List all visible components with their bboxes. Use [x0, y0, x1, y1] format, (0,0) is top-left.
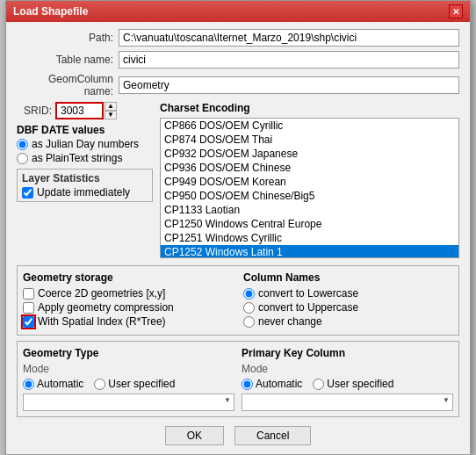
list-item[interactable]: CP936 DOS/OEM Chinese	[161, 161, 458, 175]
titlebar: Load Shapefile ✕	[6, 1, 470, 22]
geometry-storage-area: Geometry storage Coerce 2D geometries [x…	[17, 265, 459, 336]
primary-key-automatic-label: Automatic	[256, 378, 302, 390]
dbf-plaintext-label: as PlainText strings	[32, 152, 122, 164]
layer-statistics-title: Layer Statistics	[22, 172, 148, 184]
geometry-type-user-radio[interactable]	[94, 379, 105, 390]
compress-checkbox[interactable]	[23, 302, 34, 314]
spatial-index-checkbox[interactable]	[23, 316, 34, 328]
geometry-type-automatic-option[interactable]: Automatic	[23, 378, 83, 390]
ok-button[interactable]: OK	[165, 426, 224, 445]
list-item[interactable]: CP1250 Windows Central Europe	[161, 217, 458, 231]
col-upper-label: convert to Uppercase	[258, 301, 358, 314]
update-immediately-checkbox[interactable]	[22, 187, 33, 199]
geomcolumn-row: GeomColumn name:	[17, 73, 459, 98]
primary-key-automatic-option[interactable]: Automatic	[242, 378, 302, 390]
list-item[interactable]: CP1251 Windows Cyrillic	[161, 231, 458, 245]
col-lower-row: convert to Lowercase	[243, 287, 453, 300]
geometry-type-dropdown-wrap	[23, 394, 234, 411]
srid-spinner[interactable]: ▲ ▼	[105, 102, 117, 119]
table-input[interactable]	[119, 51, 459, 69]
col-never-label: never change	[258, 315, 322, 328]
col-lower-radio[interactable]	[243, 288, 255, 300]
primary-key-automatic-radio[interactable]	[242, 379, 253, 390]
primary-key-user-radio[interactable]	[313, 379, 324, 390]
path-row: Path:	[17, 29, 459, 47]
coerce-row: Coerce 2D geometries [x,y]	[23, 287, 233, 300]
dbf-julian-radio[interactable]	[17, 139, 28, 150]
col-never-row: never change	[243, 315, 453, 328]
spatial-index-row: With Spatial Index (R*Tree)	[23, 315, 233, 328]
compress-row: Apply geometry compression	[23, 301, 233, 314]
geometry-type-mode-label: Mode	[23, 363, 234, 375]
geometry-type-radio-group: Automatic User specified	[23, 378, 234, 390]
primary-key-mode-label: Mode	[242, 363, 453, 375]
coerce-label: Coerce 2D geometries [x,y]	[38, 287, 165, 300]
column-names-section: Column Names convert to Lowercase conver…	[243, 271, 453, 329]
layer-statistics-section: Layer Statistics Update immediately	[17, 169, 153, 202]
geometry-type-user-label: User specified	[108, 378, 175, 390]
geometry-type-dropdown[interactable]	[23, 394, 234, 411]
cancel-button[interactable]: Cancel	[234, 426, 311, 445]
dbf-plaintext-row: as PlainText strings	[17, 152, 153, 164]
close-button[interactable]: ✕	[449, 4, 463, 18]
dbf-section: DBF DATE values as Julian Day numbers as…	[17, 124, 153, 164]
geomcolumn-label: GeomColumn name:	[17, 73, 113, 98]
update-immediately-row: Update immediately	[22, 186, 148, 199]
col-never-radio[interactable]	[243, 316, 255, 328]
path-input[interactable]	[119, 29, 459, 47]
geometry-type-automatic-label: Automatic	[37, 378, 83, 390]
col-upper-radio[interactable]	[243, 302, 255, 314]
col-lower-label: convert to Lowercase	[258, 287, 358, 300]
srid-down-button[interactable]: ▼	[105, 111, 117, 119]
dbf-plaintext-radio[interactable]	[17, 153, 28, 164]
list-item[interactable]: CP1252 Windows Latin 1	[161, 245, 458, 258]
path-label: Path:	[17, 32, 113, 44]
geometry-type-automatic-radio[interactable]	[23, 379, 34, 390]
primary-key-section: Primary Key Column Mode Automatic User s…	[242, 347, 453, 411]
dbf-julian-row: as Julian Day numbers	[17, 138, 153, 150]
dbf-title: DBF DATE values	[17, 124, 153, 136]
col-upper-row: convert to Uppercase	[243, 301, 453, 314]
geometry-storage-section: Geometry storage Coerce 2D geometries [x…	[23, 271, 233, 329]
list-item[interactable]: CP866 DOS/OEM Cyrillic	[161, 119, 458, 133]
charset-list[interactable]: CP866 DOS/OEM CyrillicCP874 DOS/OEM Thai…	[160, 118, 459, 258]
compress-label: Apply geometry compression	[38, 301, 174, 314]
geomcolumn-input[interactable]	[119, 76, 459, 94]
list-item[interactable]: CP932 DOS/OEM Japanese	[161, 147, 458, 161]
dbf-julian-label: as Julian Day numbers	[32, 138, 139, 150]
srid-input[interactable]	[55, 102, 104, 119]
table-row: Table name:	[17, 51, 459, 69]
update-immediately-label: Update immediately	[37, 186, 130, 199]
load-shapefile-window: Load Shapefile ✕ Path: Table name: GeomC…	[5, 0, 471, 455]
primary-key-dropdown-wrap	[242, 394, 453, 411]
list-item[interactable]: CP874 DOS/OEM Thai	[161, 133, 458, 147]
table-label: Table name:	[17, 54, 113, 66]
spatial-index-label: With Spatial Index (R*Tree)	[38, 315, 166, 328]
charset-label: Charset Encoding	[160, 102, 459, 114]
geometry-storage-title: Geometry storage	[23, 271, 233, 284]
list-item[interactable]: CP949 DOS/OEM Korean	[161, 175, 458, 189]
primary-key-dropdown[interactable]	[242, 394, 453, 411]
window-title: Load Shapefile	[13, 5, 88, 18]
primary-key-title: Primary Key Column	[242, 347, 453, 359]
coerce-checkbox[interactable]	[23, 288, 34, 300]
geometry-type-user-option[interactable]: User specified	[94, 378, 175, 390]
srid-up-button[interactable]: ▲	[105, 102, 117, 111]
srid-label: SRID:	[17, 105, 52, 117]
geometry-type-title: Geometry Type	[23, 347, 234, 359]
charset-panel: Charset Encoding CP866 DOS/OEM CyrillicC…	[160, 102, 459, 258]
list-item[interactable]: CP950 DOS/OEM Chinese/Big5	[161, 189, 458, 203]
primary-key-user-label: User specified	[327, 378, 393, 390]
list-item[interactable]: CP1133 Laotian	[161, 203, 458, 217]
geometry-type-section: Geometry Type Mode Automatic User specif…	[23, 347, 234, 411]
button-row: OK Cancel	[17, 426, 459, 445]
primary-key-user-option[interactable]: User specified	[313, 378, 393, 390]
primary-key-radio-group: Automatic User specified	[242, 378, 453, 390]
column-names-title: Column Names	[243, 271, 453, 284]
srid-row: SRID: ▲ ▼	[17, 102, 153, 119]
type-key-area: Geometry Type Mode Automatic User specif…	[17, 341, 459, 417]
